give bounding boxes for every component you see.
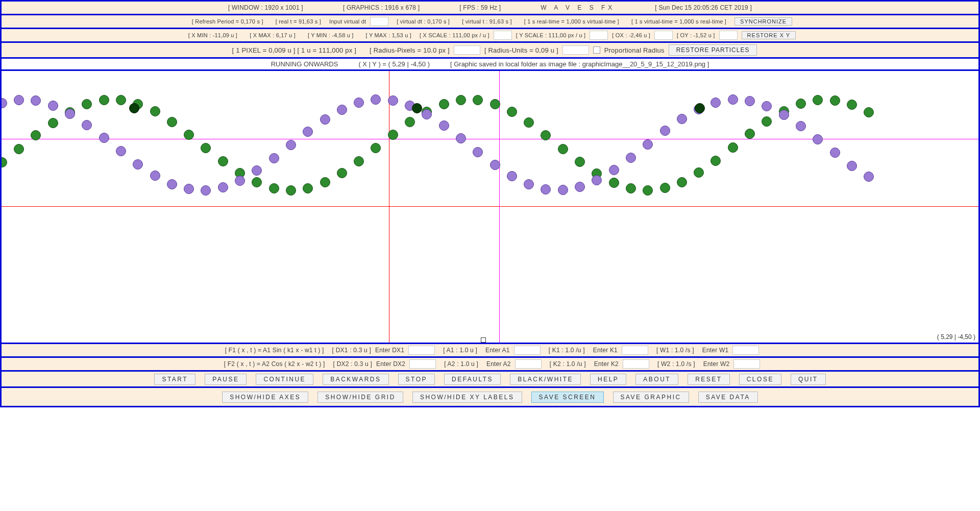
radius-px-input[interactable]: [454, 45, 480, 55]
f2-w-input[interactable]: [733, 359, 760, 369]
f1-dx-enter: Enter DX1: [375, 347, 404, 354]
xmax-label: [ X MAX : 6,17 u ]: [250, 32, 296, 38]
synchronize-button[interactable]: SYNCHRONIZE: [734, 17, 792, 26]
refresh-period-label: [ Refresh Period = 0,170 s ]: [192, 18, 263, 25]
wave2-dot: [643, 139, 653, 150]
wave1-dot: [218, 156, 228, 166]
wave2-dot: [813, 134, 823, 144]
wave2-dot: [201, 185, 211, 196]
virtual-dt-input[interactable]: [370, 17, 388, 26]
radius-u-label: [ Radius-Units = 0,09 u ]: [484, 46, 558, 54]
ox-input[interactable]: [654, 31, 673, 40]
save-screen-button[interactable]: SAVE SCREEN: [531, 392, 604, 403]
show-hide-axes-button[interactable]: SHOW/HIDE AXES: [222, 392, 308, 403]
close-button[interactable]: CLOSE: [739, 374, 781, 385]
help-button[interactable]: HELP: [590, 374, 626, 385]
wave2-dot: [677, 114, 687, 124]
quit-button[interactable]: QUIT: [791, 374, 826, 385]
wave1-dot: [150, 106, 160, 116]
yscale-input[interactable]: [590, 31, 608, 40]
wave1-dot: [609, 178, 619, 188]
save-graphic-button[interactable]: SAVE GRAPHIC: [613, 392, 689, 403]
pixel-unit-label: [ 1 PIXEL = 0,009 u ] [ 1 u = 111,000 px…: [232, 46, 357, 54]
wave2-dot: [269, 153, 279, 163]
wave2-dot: [575, 182, 585, 192]
wave2-dot: [218, 182, 228, 192]
wave2-dot: [524, 179, 534, 189]
f1-k-input[interactable]: [622, 346, 648, 355]
virtual-dt-label: [ virtual dt : 0,170 s ]: [397, 18, 450, 25]
wave2-dot: [371, 94, 381, 105]
f1-w-label: [ W1 : 1.0 /s ]: [656, 347, 694, 354]
xscale-label: [ X SCALE : 111,00 px / u ]: [420, 32, 489, 38]
status-bar: RUNNING ONWARDS ( X | Y ) = ( 5,29 | -4,…: [2, 57, 978, 69]
wave1-dot: [541, 130, 551, 140]
wave2-dot: [830, 148, 840, 158]
wave1-dot: [354, 156, 364, 166]
radius-px-label: [ Radius-Pixels = 10.0 px ]: [370, 46, 450, 54]
show-hide-grid-button[interactable]: SHOW/HIDE GRID: [317, 392, 403, 403]
wave1-dot: [31, 130, 41, 140]
f1-a-input[interactable]: [514, 346, 541, 355]
wave2-dot: [99, 133, 109, 143]
save-data-button[interactable]: SAVE DATA: [698, 392, 758, 403]
f1-w-input[interactable]: [732, 346, 759, 355]
wave1-dot: [813, 95, 823, 105]
f2-a-input[interactable]: [515, 359, 542, 369]
wave1-dot: [762, 116, 772, 127]
continue-button[interactable]: CONTINUE: [256, 374, 313, 385]
wave1-dot: [337, 168, 347, 178]
saved-status: [ Graphic saved in local folder as image…: [450, 60, 709, 68]
f2-eq-label: [ F2 ( x , t ) = A2 Cos ( k2 x - w2 t ) …: [224, 360, 325, 368]
black-white-button[interactable]: BLACK/WHITE: [510, 374, 581, 385]
wave1-dot: [830, 95, 840, 106]
oy-input[interactable]: [719, 31, 738, 40]
graphics-size-label: [ GRAPHICS : 1916 x 678 ]: [343, 4, 420, 11]
start-button[interactable]: START: [154, 374, 195, 385]
about-button[interactable]: ABOUT: [635, 374, 678, 385]
wave2-dot: [541, 184, 551, 194]
ymax-label: [ Y MAX : 1,53 u ]: [366, 32, 411, 38]
reset-button[interactable]: RESET: [688, 374, 730, 385]
secondary-button-bar: SHOW/HIDE AXES SHOW/HIDE GRID SHOW/HIDE …: [2, 386, 978, 406]
app-title: W A V E S FX: [541, 4, 615, 11]
wave1-dot: [201, 143, 211, 153]
main-button-bar: START PAUSE CONTINUE BACKWARDS STOP DEFA…: [2, 370, 978, 386]
f2-dx-input[interactable]: [409, 359, 436, 369]
pause-button[interactable]: PAUSE: [205, 374, 247, 385]
oy-label: [ OY : -1,52 u ]: [677, 32, 715, 38]
restore-xy-button[interactable]: RESTORE X Y: [742, 31, 796, 39]
wave1-dot: [405, 117, 415, 127]
wave2-dot: [337, 105, 347, 115]
f1-a-enter: Enter A1: [485, 347, 510, 354]
axis-y-magenta: [499, 71, 500, 343]
wave1-dot: [864, 107, 874, 117]
f2-a-label: [ A2 : 1.0 u ]: [444, 360, 478, 368]
f2-k-enter: Enter K2: [594, 360, 619, 368]
wave1-dot: [490, 99, 500, 109]
stop-button[interactable]: STOP: [398, 374, 435, 385]
wave1-dot: [745, 129, 755, 139]
wave2-dot: [252, 165, 262, 176]
f1-dx-input[interactable]: [408, 346, 435, 355]
proportional-radius-checkbox[interactable]: [593, 46, 600, 54]
axis-y-red: [389, 71, 389, 343]
radius-u-input[interactable]: [562, 45, 589, 55]
wave1-dot: [303, 183, 313, 193]
wave1-dot: [456, 95, 466, 105]
wave1-dot: [710, 156, 721, 166]
f2-k-input[interactable]: [623, 359, 649, 369]
conv2-label: [ 1 s virtual-time = 1,000 s real-time ]: [631, 18, 726, 25]
wave2-dot: [864, 172, 874, 182]
wave1-dot: [507, 107, 517, 117]
defaults-button[interactable]: DEFAULTS: [444, 374, 501, 385]
conv1-label: [ 1 s real-time = 1,000 s virtual-time ]: [524, 18, 619, 25]
xscale-input[interactable]: [494, 31, 512, 40]
wave2-dot: [133, 159, 143, 169]
backwards-button[interactable]: BACKWARDS: [323, 374, 388, 385]
graphics-canvas[interactable]: ( 5,29 | -4,50 ): [2, 69, 978, 343]
wave2-dot: [388, 95, 398, 106]
wave1-dot: [660, 183, 670, 193]
restore-particles-button[interactable]: RESTORE PARTICLES: [669, 44, 757, 56]
show-hide-labels-button[interactable]: SHOW/HIDE XY LABELS: [412, 392, 522, 403]
